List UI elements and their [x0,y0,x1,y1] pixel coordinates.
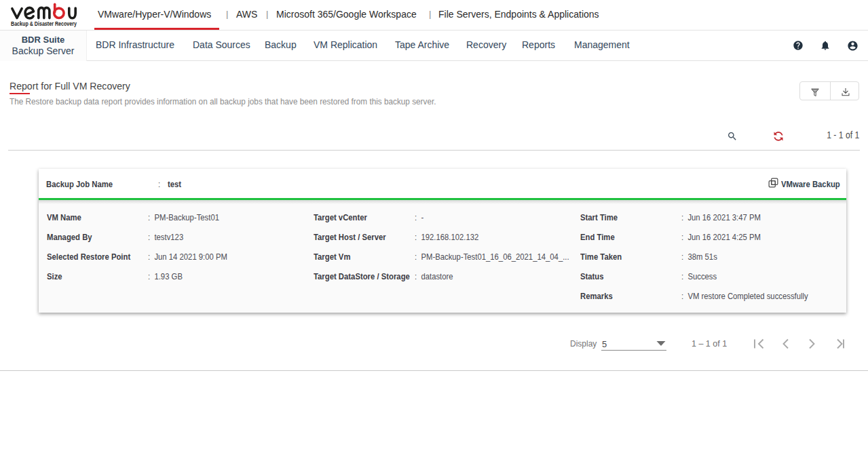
svg-text:Backup & Disaster Recovery: Backup & Disaster Recovery [11,20,77,27]
